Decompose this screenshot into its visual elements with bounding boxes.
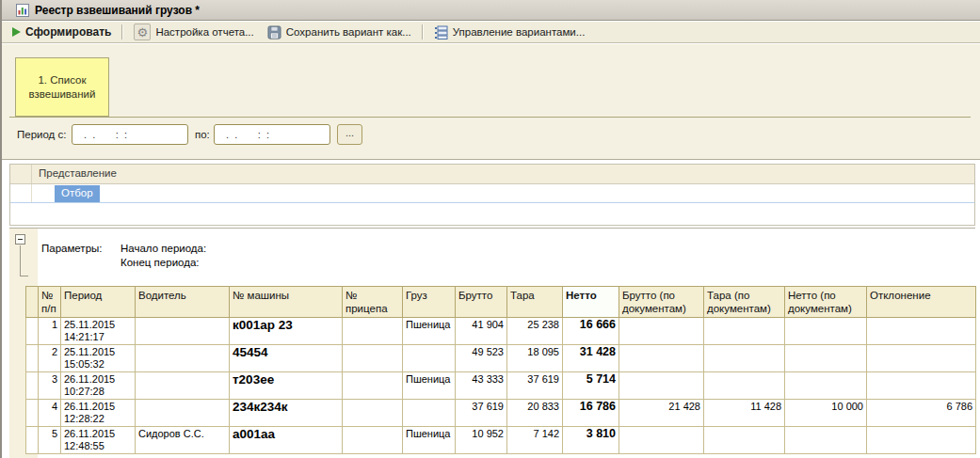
manage-variants-button[interactable]: Управление вариантами... <box>427 24 592 41</box>
tab-weighing-list[interactable]: 1. Список взвешиваний <box>15 57 109 117</box>
cell-cargo[interactable] <box>403 345 456 372</box>
cell-gross[interactable]: 10 952 <box>456 427 507 454</box>
cell-tare_doc[interactable] <box>704 427 785 454</box>
cell-machine[interactable]: т203ее <box>230 372 343 400</box>
toolbar-separator <box>121 24 123 39</box>
cell-cargo[interactable] <box>403 400 456 427</box>
cell-cargo[interactable]: Пшеница <box>403 318 456 345</box>
cell-machine[interactable]: к001ар 23 <box>230 318 343 345</box>
cell-tare_doc[interactable] <box>704 318 785 345</box>
cell-gutter <box>26 372 39 400</box>
cell-num[interactable]: 5 <box>39 427 61 454</box>
cell-machine[interactable]: 45454 <box>230 345 343 372</box>
cell-net[interactable]: 3 810 <box>563 427 619 454</box>
cell-net_doc[interactable] <box>785 427 867 454</box>
cell-gross_doc[interactable] <box>619 372 704 400</box>
cell-net[interactable]: 16 786 <box>563 400 619 427</box>
cell-driver[interactable] <box>136 372 230 400</box>
toolbar-separator <box>422 24 424 39</box>
cell-machine[interactable]: 234к234к <box>230 400 343 427</box>
cell-trailer[interactable] <box>343 318 403 345</box>
cell-deviation[interactable] <box>867 318 976 345</box>
report-icon <box>16 4 29 17</box>
cell-cargo[interactable]: Пшеница <box>403 427 456 454</box>
column-header-num: № п/п <box>39 287 61 318</box>
parameters-label: Параметры: <box>41 243 103 254</box>
generate-button[interactable]: Сформировать <box>6 24 118 40</box>
cell-net[interactable]: 31 428 <box>563 345 619 372</box>
representation-header-row: Представление <box>10 165 974 184</box>
cell-tare[interactable]: 20 833 <box>507 400 563 427</box>
cell-tare[interactable]: 18 095 <box>507 345 563 372</box>
cell-num[interactable]: 4 <box>39 400 61 427</box>
cell-period[interactable]: 26.11.201510:27:28 <box>61 372 136 400</box>
period-more-button[interactable]: ... <box>337 124 362 145</box>
cell-trailer[interactable] <box>343 372 403 400</box>
cell-net_doc[interactable] <box>785 318 867 345</box>
cell-driver[interactable] <box>136 400 230 427</box>
cell-gross[interactable]: 43 333 <box>456 372 507 400</box>
cell-trailer[interactable] <box>343 427 403 454</box>
cell-net_doc[interactable] <box>785 345 867 372</box>
cell-driver[interactable]: Сидоров С.С. <box>136 427 230 454</box>
cell-deviation[interactable] <box>867 372 976 400</box>
cell-gross[interactable]: 37 619 <box>456 400 507 427</box>
report-settings-button[interactable]: ⚙ Настройка отчета... <box>127 22 260 42</box>
cell-driver[interactable] <box>136 345 230 372</box>
cell-period[interactable]: 25.11.201514:21:17 <box>61 318 136 345</box>
representation-row[interactable]: Отбор <box>10 184 974 203</box>
window-left-border <box>0 0 2 458</box>
cell-net[interactable]: 16 666 <box>563 318 619 345</box>
table-row: 426.11.201512:28:22234к234к37 61920 8331… <box>26 400 976 427</box>
cell-deviation[interactable] <box>867 345 976 372</box>
column-header-net: Нетто <box>563 287 619 318</box>
cell-period[interactable]: 25.11.201515:05:32 <box>61 345 136 372</box>
table-row: 125.11.201514:21:17к001ар 23Пшеница41 90… <box>26 318 976 345</box>
period-from-field[interactable] <box>72 125 188 144</box>
cell-gross[interactable]: 49 523 <box>456 345 507 372</box>
period-to-input[interactable] <box>214 124 330 145</box>
cell-num[interactable]: 2 <box>39 345 61 372</box>
period-from-input[interactable] <box>72 124 188 145</box>
cell-gross_doc[interactable] <box>619 345 704 372</box>
cell-num[interactable]: 1 <box>39 318 61 345</box>
collapse-group-button[interactable] <box>15 234 25 245</box>
cell-deviation[interactable]: 6 786 <box>867 400 976 427</box>
cell-deviation[interactable] <box>867 427 976 454</box>
save-variant-label: Сохранить вариант как... <box>286 26 411 38</box>
representation-gutter <box>10 184 32 202</box>
cell-period[interactable]: 26.11.201512:48:55 <box>61 427 136 454</box>
cell-cargo[interactable]: Пшеница <box>403 372 456 400</box>
report-settings-label: Настройка отчета... <box>155 26 253 38</box>
column-header-gutter <box>26 287 39 318</box>
cell-net_doc[interactable] <box>785 372 867 400</box>
cell-gutter <box>26 400 39 427</box>
period-to-label: по: <box>195 129 210 140</box>
save-variant-button[interactable]: Сохранить вариант как... <box>261 24 418 41</box>
cell-gutter <box>26 345 39 372</box>
cell-period[interactable]: 26.11.201512:28:22 <box>61 400 136 427</box>
cell-net_doc[interactable]: 10 000 <box>785 400 867 427</box>
cell-gross_doc[interactable] <box>619 318 704 345</box>
cell-num[interactable]: 3 <box>39 372 61 400</box>
cell-tare[interactable]: 37 619 <box>507 372 563 400</box>
cell-gross_doc[interactable] <box>619 427 704 454</box>
cell-trailer[interactable] <box>343 345 403 372</box>
cell-tare[interactable]: 25 238 <box>507 318 563 345</box>
cell-gross_doc[interactable]: 21 428 <box>619 400 704 427</box>
cell-trailer[interactable] <box>343 400 403 427</box>
cell-gross[interactable]: 41 904 <box>456 318 507 345</box>
cell-tare[interactable]: 7 142 <box>507 427 563 454</box>
column-header-driver: Водитель <box>136 287 230 318</box>
cell-machine[interactable]: а001аа <box>230 427 343 454</box>
filter-panel: 1. Список взвешиваний Период с: по: <box>0 44 980 160</box>
cell-gutter <box>26 318 39 345</box>
column-header-gross: Брутто <box>456 287 507 318</box>
cell-tare_doc[interactable] <box>704 345 785 372</box>
period-to-field[interactable] <box>215 125 330 144</box>
selected-item-otbor[interactable]: Отбор <box>55 185 100 202</box>
cell-tare_doc[interactable] <box>704 372 785 400</box>
cell-driver[interactable] <box>136 318 230 345</box>
cell-net[interactable]: 5 714 <box>563 372 619 400</box>
cell-tare_doc[interactable]: 11 428 <box>704 400 785 427</box>
